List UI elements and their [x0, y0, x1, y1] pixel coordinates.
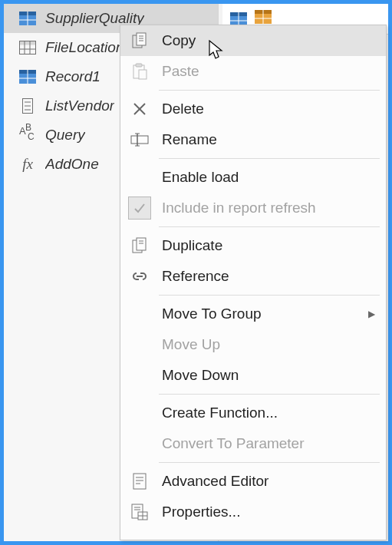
menu-convert-parameter: Convert To Parameter [120, 428, 386, 459]
menu-include-refresh: Include in report refresh [120, 193, 386, 223]
blank-icon [128, 166, 151, 189]
query-label: AddOne [45, 156, 99, 173]
menu-label: Copy [162, 32, 375, 49]
blank-icon [128, 364, 151, 387]
blank-icon [128, 302, 151, 325]
abc-icon: A B C [19, 127, 36, 144]
copy-icon [128, 29, 151, 52]
svg-rect-32 [139, 70, 147, 79]
svg-rect-26 [137, 33, 146, 45]
menu-label: Convert To Parameter [162, 435, 375, 452]
delete-icon [128, 97, 151, 121]
query-label: ListVendor [45, 97, 114, 114]
table-outline-icon [19, 39, 36, 56]
menu-move-down[interactable]: Move Down [120, 360, 386, 391]
menu-copy[interactable]: Copy [120, 25, 386, 56]
svg-rect-40 [137, 238, 146, 250]
table-icon [19, 68, 36, 85]
menu-separator [159, 226, 380, 227]
menu-advanced-editor[interactable]: Advanced Editor [120, 466, 386, 497]
advanced-editor-icon [128, 470, 151, 493]
menu-label: Advanced Editor [162, 473, 375, 490]
menu-separator [159, 295, 380, 296]
query-label: FileLocation [45, 39, 124, 56]
menu-move-up: Move Up [120, 329, 386, 360]
menu-label: Move Down [162, 367, 375, 384]
menu-label: Properties... [162, 504, 375, 520]
svg-rect-44 [133, 474, 146, 489]
blank-icon [128, 401, 151, 424]
menu-label: Rename [162, 131, 375, 148]
menu-label: Paste [162, 63, 375, 80]
list-icon [19, 97, 36, 114]
table-icon [19, 10, 36, 27]
svg-rect-5 [20, 41, 36, 45]
menu-label: Move To Group [162, 306, 357, 322]
svg-rect-35 [131, 136, 148, 144]
menu-paste: Paste [120, 56, 386, 87]
duplicate-icon [128, 234, 151, 257]
menu-enable-load[interactable]: Enable load [120, 162, 386, 193]
query-label: Record1 [45, 68, 100, 85]
context-menu: Copy Paste Delete Rename Enable load Inc… [120, 25, 387, 540]
checkmark-icon [128, 197, 151, 220]
menu-delete[interactable]: Delete [120, 94, 386, 124]
menu-label: Delete [162, 101, 375, 117]
submenu-arrow-icon: ▶ [368, 309, 375, 319]
blank-icon [128, 333, 151, 356]
menu-move-to-group[interactable]: Move To Group ▶ [120, 299, 386, 329]
properties-icon [128, 500, 151, 524]
menu-reference[interactable]: Reference [120, 261, 386, 292]
menu-label: Create Function... [162, 405, 375, 421]
blank-icon [128, 432, 151, 455]
menu-label: Duplicate [162, 237, 375, 254]
query-label: Query [45, 127, 85, 144]
menu-create-function[interactable]: Create Function... [120, 398, 386, 428]
menu-rename[interactable]: Rename [120, 124, 386, 155]
svg-rect-31 [136, 64, 142, 67]
menu-label: Include in report refresh [162, 200, 375, 216]
reference-icon [128, 265, 151, 288]
menu-label: Reference [162, 268, 375, 285]
menu-separator [159, 90, 380, 91]
paste-icon [128, 60, 151, 83]
rename-icon [128, 128, 151, 151]
menu-separator [159, 158, 380, 159]
menu-duplicate[interactable]: Duplicate [120, 230, 386, 261]
menu-label: Enable load [162, 169, 375, 186]
menu-label: Move Up [162, 336, 375, 353]
fx-icon: fx [19, 156, 36, 173]
menu-separator [159, 394, 380, 395]
menu-properties[interactable]: Properties... [120, 497, 386, 527]
menu-separator [159, 462, 380, 463]
